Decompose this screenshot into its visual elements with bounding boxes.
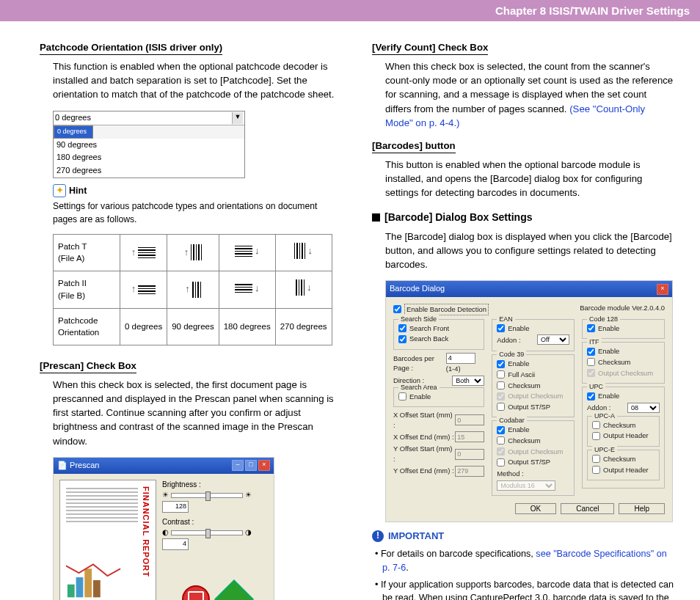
important-icon: ! xyxy=(372,530,384,542)
search-area-group: Search Area Enable xyxy=(393,387,484,408)
brightness-label: Brightness : xyxy=(162,480,268,491)
svg-rect-0 xyxy=(68,584,75,597)
ystart-input xyxy=(455,449,484,460)
heading-verify-count: [Verify Count] Check Box xyxy=(372,40,488,55)
heading-barcodes-button: [Barcodes] button xyxy=(372,139,456,153)
col-180deg: 180 degrees xyxy=(219,308,275,345)
maximize-icon[interactable]: □ xyxy=(245,460,257,471)
dropdown-opt-0[interactable]: 0 degrees xyxy=(54,125,93,139)
heading-prescan: [Prescan] Check Box xyxy=(40,359,136,373)
help-button[interactable]: Help xyxy=(619,503,665,514)
search-side-group: Search Side Search Front Search Back xyxy=(393,319,484,350)
svg-rect-3 xyxy=(93,580,101,597)
chart-icon xyxy=(65,558,122,599)
barcodes-button-description: This button is enabled when the optional… xyxy=(385,158,675,200)
page-body: Patchcode Orientation (ISIS driver only)… xyxy=(0,21,700,600)
important-label: IMPORTANT xyxy=(388,530,444,544)
xend-input xyxy=(455,431,484,442)
preview-doc-title: FINANCIAL REPORT xyxy=(139,486,151,577)
important-list: • For details on barcode specifications,… xyxy=(375,547,675,600)
hint-text: Settings for various patchcode types and… xyxy=(53,200,343,226)
hint-label: Hint xyxy=(69,184,87,197)
row-patch-ii: Patch II (File B) xyxy=(54,271,120,308)
barcode-title: Barcode Dialog xyxy=(390,283,445,295)
square-bullet-icon xyxy=(372,213,380,222)
col-270deg: 270 degrees xyxy=(275,308,332,345)
dropdown-opt-270[interactable]: 270 degrees xyxy=(54,164,244,178)
ok-button[interactable]: OK xyxy=(515,503,556,514)
minimize-icon[interactable]: – xyxy=(232,460,244,471)
yend-input xyxy=(455,466,484,477)
contrast-slider[interactable] xyxy=(171,530,243,535)
barcode-titlebar: Barcode Dialog × xyxy=(386,281,672,297)
svg-rect-2 xyxy=(84,568,92,597)
row-patch-t: Patch T (File A) xyxy=(54,234,120,271)
hint-row: ✦ Hint xyxy=(53,184,343,197)
search-front-checkbox[interactable]: Search Front xyxy=(398,323,479,334)
patchcode-description: This function is enabled when the option… xyxy=(53,59,343,101)
heading-barcode-dialog: [Barcode] Dialog Box Settings xyxy=(384,210,532,224)
col-0deg: 0 degrees xyxy=(120,308,167,345)
sa-enable-checkbox[interactable]: Enable xyxy=(398,392,479,402)
dropdown-opt-90[interactable]: 90 degrees xyxy=(54,139,244,152)
close-icon[interactable]: × xyxy=(258,460,270,471)
chapter-header: Chapter 8 ISIS/TWAIN Driver Settings xyxy=(0,0,700,21)
close-icon[interactable]: × xyxy=(657,284,668,295)
right-column: [Verify Count] Check Box When this check… xyxy=(372,40,675,600)
brightness-slider[interactable] xyxy=(171,493,243,498)
dropdown-opt-180[interactable]: 180 degrees xyxy=(54,151,244,164)
stop-icon[interactable] xyxy=(182,585,210,600)
bpp-input[interactable] xyxy=(446,353,475,364)
direction-select[interactable]: Both xyxy=(452,376,484,386)
svg-rect-1 xyxy=(76,577,84,597)
prescan-window: 📄 Prescan – □ × FINANCIAL REPORT xyxy=(53,457,274,600)
enable-barcode-checkbox[interactable]: Enable Barcode Detection xyxy=(393,304,489,315)
verify-count-description: When this check box is selected, the cou… xyxy=(385,59,675,130)
go-icon[interactable] xyxy=(215,579,255,600)
dropdown-selected: 0 degrees xyxy=(55,112,91,124)
patchcode-table: Patch T (File A) ↑ ↑ ↓ ↓ Patch II (File … xyxy=(53,234,332,345)
xstart-input xyxy=(455,414,484,425)
heading-patchcode-orientation: Patchcode Orientation (ISIS driver only) xyxy=(40,40,222,55)
prescan-description: When this check box is selected, the fir… xyxy=(53,378,343,448)
chevron-down-icon[interactable]: ▼ xyxy=(232,112,243,124)
contrast-value[interactable]: 4 xyxy=(162,538,189,550)
prescan-title: Prescan xyxy=(70,461,99,469)
prescan-preview: FINANCIAL REPORT xyxy=(59,480,156,600)
bpp-label: Barcodes per Page : xyxy=(393,354,446,373)
cancel-button[interactable]: Cancel xyxy=(561,503,614,514)
brightness-value[interactable]: 128 xyxy=(162,501,189,513)
contrast-label: Contrast : xyxy=(162,517,268,528)
left-column: Patchcode Orientation (ISIS driver only)… xyxy=(40,40,343,600)
barcode-dialog-description: The [Barcode] dialog box is displayed wh… xyxy=(385,230,675,271)
orientation-dropdown[interactable]: 0 degrees ▼ 0 degrees 90 degrees 180 deg… xyxy=(53,111,245,179)
col-90deg: 90 degrees xyxy=(167,308,219,345)
row-orientation: Patchcode Orientation xyxy=(54,308,120,345)
hint-icon: ✦ xyxy=(53,184,66,197)
prescan-titlebar: 📄 Prescan – □ × xyxy=(54,458,274,474)
barcode-dialog-window: Barcode Dialog × Enable Barcode Detectio… xyxy=(385,280,673,522)
search-back-checkbox[interactable]: Search Back xyxy=(398,334,479,344)
